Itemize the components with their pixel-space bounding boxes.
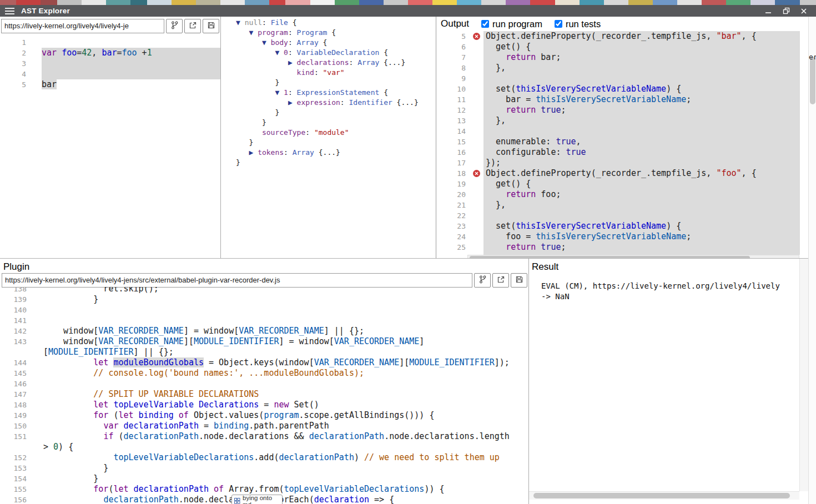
code-line[interactable]: 11 bar = thisIsVererySecretVariableName; [437,94,800,105]
tree-node[interactable]: } [236,138,436,148]
bottom-clipped-widget[interactable]: bying onto md [231,495,283,504]
code-line[interactable]: 23 set(thisIsVererySecretVariableName) { [437,221,800,231]
window-vertical-scrollbar[interactable] [808,17,816,504]
code-line[interactable]: 144 let moduleBoundGlobals = Object.keys… [0,357,528,368]
branch-icon-button[interactable] [166,19,183,33]
scrollbar-thumb[interactable] [533,493,790,498]
code-line[interactable]: 8 }, [437,63,800,73]
error-icon[interactable] [469,31,483,42]
open-external-icon-button[interactable] [184,19,201,33]
tree-node[interactable]: ▼ 0: VariableDeclaration { [236,48,436,58]
maximize-button[interactable] [782,7,790,16]
line-number: 10 [437,84,469,94]
line-number: 6 [437,42,469,52]
tree-node[interactable]: ▶ declarations: Array {...} [236,58,436,68]
tree-node[interactable]: ▼ program: Program { [236,28,436,38]
code-line[interactable]: 155 for(let declarationPath of Array.fro… [0,484,528,495]
code-line[interactable]: 20 return foo; [437,189,800,200]
icon-slot [469,221,483,231]
save-icon-button[interactable] [511,273,527,288]
code-line[interactable]: 1 [0,37,220,48]
hamburger-icon[interactable] [5,8,14,14]
tree-node[interactable]: kind: "var" [236,68,436,78]
code-line[interactable]: 7 return bar; [437,52,800,63]
tree-node[interactable]: } [236,78,436,88]
tree-node[interactable]: } [236,118,436,128]
grid-icon [234,498,240,504]
error-icon[interactable] [469,168,483,179]
code-line[interactable]: 9 [437,73,800,84]
code-line[interactable]: [MODULE_IDENTIFIER] || {}; [0,347,528,357]
code-line[interactable]: 138 ret.skip(); [0,287,528,294]
code-line[interactable]: 2var foo=42, bar=foo +1 [0,48,220,58]
plugin-code-editor[interactable]: 138 ret.skip();139 }140141142 window[VAR… [0,287,528,504]
minimize-button[interactable] [764,7,773,16]
tree-node[interactable]: ▼ null: File { [236,18,436,28]
code-line[interactable]: 149 for (let binding of Object.values(pr… [0,410,528,421]
code-line[interactable]: 17}); [437,158,800,168]
line-number: 8 [437,63,469,73]
code-line[interactable]: 15 enumerable: true, [437,137,800,147]
code-line[interactable]: 5Object.defineProperty(_recorder_.tempfi… [437,31,800,42]
code-text: } [236,78,279,88]
code-line[interactable]: 6 get() { [437,42,800,52]
save-icon-button[interactable] [203,19,219,33]
result-vertical-scrollbar[interactable] [799,259,808,491]
tree-node[interactable]: ▼ body: Array { [236,38,436,48]
plugin-url-input[interactable] [2,273,472,288]
code-line[interactable]: 16 configurable: true [437,147,800,158]
code-line[interactable]: 154 } [0,473,528,484]
code-line[interactable]: 22 [437,210,800,221]
code-text [483,73,800,84]
tree-node[interactable]: } [236,108,436,118]
code-line[interactable]: 13 }, [437,115,800,126]
line-number: 1 [0,37,31,48]
run-program-checkbox[interactable] [481,20,489,28]
code-line[interactable]: 25 return true; [437,242,800,253]
code-line[interactable]: > 0) { [0,442,528,452]
code-line[interactable]: 4 [0,69,220,79]
code-line[interactable]: 3 [0,58,220,69]
ast-tree-view[interactable]: ▼ null: File { ▼ program: Program { ▼ bo… [221,17,436,258]
tree-node[interactable]: ▼ 1: ExpressionStatement { [236,88,436,98]
line-number: 155 [0,484,31,495]
close-button[interactable] [799,7,808,16]
tree-node[interactable]: ▶ expression: Identifier {...} [236,98,436,108]
code-line[interactable]: 151 if (declarationPath.node.declaration… [0,431,528,442]
code-text: window[VAR_RECORDER_NAME] = window[VAR_R… [43,326,528,336]
code-line[interactable]: 152 topLevelVariableDeclarations.add(dec… [0,452,528,463]
code-line[interactable]: 142 window[VAR_RECORDER_NAME] = window[V… [0,326,528,336]
open-external-icon-button[interactable] [492,273,509,288]
code-line[interactable]: 139 } [0,294,528,305]
code-line[interactable]: 24 foo = thisIsVererySecretVariableName; [437,231,800,242]
code-line[interactable]: 5bar [0,79,220,90]
code-line[interactable]: 148 let topLevelVariable Declarations = … [0,400,528,410]
branch-icon-button[interactable] [474,273,491,288]
code-line[interactable]: 21 }, [437,200,800,210]
code-line[interactable]: 140 [0,305,528,315]
tree-node[interactable]: ▶ tokens: Array {...} [236,148,436,158]
code-line[interactable]: 143 window[VAR_RECORDER_NAME][MODULE_IDE… [0,336,528,347]
code-line[interactable]: 146 [0,379,528,389]
output-code-view[interactable]: 5Object.defineProperty(_recorder_.tempfi… [437,31,800,255]
source-url-input[interactable] [1,19,164,33]
run-tests-checkbox[interactable] [555,20,562,28]
code-line[interactable]: 150 var declarationPath = binding.path.p… [0,421,528,431]
icon-slot [469,115,483,126]
code-line[interactable]: 141 [0,315,528,326]
code-line[interactable]: 14 [437,126,800,137]
open-external-icon [189,22,197,31]
code-line[interactable]: 10 set(thisIsVererySecretVariableName) { [437,84,800,94]
code-line[interactable]: 145 // console.log('bound names:', ...mo… [0,368,528,379]
tree-node[interactable]: } [236,158,436,168]
code-text: return foo; [483,189,800,200]
tree-node[interactable]: sourceType: "module" [236,128,436,138]
code-line[interactable]: 147 // SPLIT UP VARIABLE DECLARATIONS [0,389,528,400]
code-line[interactable]: 153 } [0,463,528,473]
result-horizontal-scrollbar[interactable] [529,491,799,500]
code-line[interactable]: 12 return true; [437,105,800,115]
scrollbar-thumb[interactable] [810,57,815,104]
code-line[interactable]: 19 get() { [437,179,800,189]
code-line[interactable]: 18Object.defineProperty(_recorder_.tempf… [437,168,800,179]
source-code-editor[interactable]: 12var foo=42, bar=foo +1345bar [0,37,220,258]
